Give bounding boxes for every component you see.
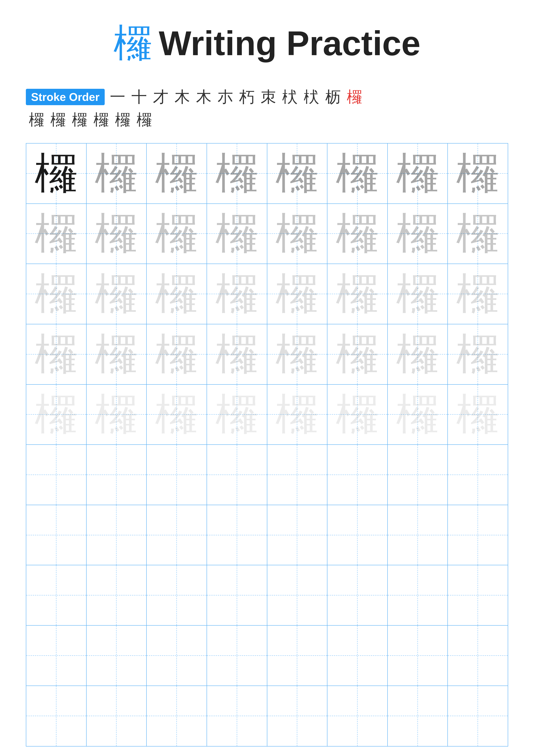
grid-row-3: 欏 欏 欏 欏 欏 欏 欏 欏 [26, 264, 508, 324]
grid-cell-3-1[interactable]: 欏 [26, 264, 87, 324]
grid-cell-10-4[interactable] [207, 686, 267, 746]
grid-cell-7-1[interactable] [26, 505, 87, 565]
grid-cell-5-6[interactable]: 欏 [327, 385, 388, 445]
grid-cell-7-3[interactable] [147, 505, 207, 565]
grid-cell-3-5[interactable]: 欏 [267, 264, 328, 324]
grid-cell-9-5[interactable] [267, 626, 328, 686]
grid-cell-8-8[interactable] [448, 565, 508, 626]
grid-row-8 [26, 565, 508, 626]
grid-cell-1-2[interactable]: 欏 [87, 144, 147, 204]
grid-cell-4-1[interactable]: 欏 [26, 324, 87, 385]
grid-cell-2-2[interactable]: 欏 [87, 204, 147, 264]
grid-cell-3-7[interactable]: 欏 [388, 264, 448, 324]
grid-cell-8-4[interactable] [207, 565, 267, 626]
grid-cell-3-2[interactable]: 欏 [87, 264, 147, 324]
grid-cell-10-5[interactable] [267, 686, 328, 746]
page: 欏 Writing Practice Stroke Order 一 十 才 木 … [0, 0, 534, 756]
grid-cell-9-4[interactable] [207, 626, 267, 686]
grid-cell-4-3[interactable]: 欏 [147, 324, 207, 385]
grid-cell-5-7[interactable]: 欏 [388, 385, 448, 445]
stroke-order-row2: 欏 欏 欏 欏 欏 欏 [26, 109, 508, 130]
grid-cell-1-6[interactable]: 欏 [327, 144, 388, 204]
char-3-5: 欏 [275, 272, 318, 315]
grid-cell-10-2[interactable] [87, 686, 147, 746]
grid-cell-7-8[interactable] [448, 505, 508, 565]
grid-cell-2-1[interactable]: 欏 [26, 204, 87, 264]
grid-cell-7-7[interactable] [388, 505, 448, 565]
grid-cell-8-1[interactable] [26, 565, 87, 626]
stroke-r2-s6: 欏 [134, 109, 155, 130]
char-2-8: 欏 [456, 212, 499, 255]
grid-row-5: 欏 欏 欏 欏 欏 欏 欏 欏 [26, 385, 508, 445]
grid-cell-3-8[interactable]: 欏 [448, 264, 508, 324]
grid-cell-1-8[interactable]: 欏 [448, 144, 508, 204]
grid-cell-6-7[interactable] [388, 445, 448, 505]
grid-cell-9-3[interactable] [147, 626, 207, 686]
grid-cell-3-6[interactable]: 欏 [327, 264, 388, 324]
page-title: Writing Practice [159, 23, 420, 63]
grid-cell-10-7[interactable] [388, 686, 448, 746]
grid-cell-1-1[interactable]: 欏 [26, 144, 87, 204]
grid-cell-8-2[interactable] [87, 565, 147, 626]
stroke-r2-s5: 欏 [112, 109, 134, 130]
stroke-s7: 朽 [236, 87, 258, 107]
grid-cell-9-7[interactable] [388, 626, 448, 686]
grid-cell-9-8[interactable] [448, 626, 508, 686]
grid-cell-1-5[interactable]: 欏 [267, 144, 328, 204]
grid-cell-2-5[interactable]: 欏 [267, 204, 328, 264]
grid-cell-7-5[interactable] [267, 505, 328, 565]
grid-cell-6-8[interactable] [448, 445, 508, 505]
grid-cell-2-7[interactable]: 欏 [388, 204, 448, 264]
grid-cell-5-4[interactable]: 欏 [207, 385, 267, 445]
grid-cell-10-3[interactable] [147, 686, 207, 746]
grid-cell-9-2[interactable] [87, 626, 147, 686]
stroke-chars-row1: 一 十 才 木 木 朩 朽 朿 枤 枤 枥 欏 [107, 87, 365, 107]
grid-cell-10-1[interactable] [26, 686, 87, 746]
grid-cell-8-5[interactable] [267, 565, 328, 626]
grid-cell-3-3[interactable]: 欏 [147, 264, 207, 324]
grid-cell-5-1[interactable]: 欏 [26, 385, 87, 445]
grid-cell-2-8[interactable]: 欏 [448, 204, 508, 264]
stroke-r2-s3: 欏 [69, 109, 90, 130]
grid-cell-7-4[interactable] [207, 505, 267, 565]
grid-cell-4-7[interactable]: 欏 [388, 324, 448, 385]
grid-cell-1-4[interactable]: 欏 [207, 144, 267, 204]
grid-cell-8-7[interactable] [388, 565, 448, 626]
grid-cell-5-5[interactable]: 欏 [267, 385, 328, 445]
grid-cell-4-4[interactable]: 欏 [207, 324, 267, 385]
grid-cell-10-6[interactable] [327, 686, 388, 746]
grid-cell-8-6[interactable] [327, 565, 388, 626]
stroke-r2-s4: 欏 [90, 109, 112, 130]
grid-cell-7-2[interactable] [87, 505, 147, 565]
grid-cell-4-6[interactable]: 欏 [327, 324, 388, 385]
grid-cell-2-4[interactable]: 欏 [207, 204, 267, 264]
char-2-7: 欏 [396, 212, 439, 255]
grid-cell-6-3[interactable] [147, 445, 207, 505]
grid-cell-6-4[interactable] [207, 445, 267, 505]
grid-cell-6-1[interactable] [26, 445, 87, 505]
title-row: 欏 Writing Practice [114, 17, 420, 69]
char-1-8: 欏 [456, 152, 499, 195]
grid-cell-9-6[interactable] [327, 626, 388, 686]
grid-cell-1-7[interactable]: 欏 [388, 144, 448, 204]
grid-cell-6-5[interactable] [267, 445, 328, 505]
grid-cell-6-2[interactable] [87, 445, 147, 505]
grid-cell-2-6[interactable]: 欏 [327, 204, 388, 264]
grid-cell-4-8[interactable]: 欏 [448, 324, 508, 385]
grid-cell-1-3[interactable]: 欏 [147, 144, 207, 204]
grid-cell-4-2[interactable]: 欏 [87, 324, 147, 385]
grid-cell-6-6[interactable] [327, 445, 388, 505]
grid-cell-10-8[interactable] [448, 686, 508, 746]
grid-cell-8-3[interactable] [147, 565, 207, 626]
char-5-7: 欏 [396, 393, 439, 436]
grid-cell-9-1[interactable] [26, 626, 87, 686]
grid-cell-4-5[interactable]: 欏 [267, 324, 328, 385]
grid-cell-2-3[interactable]: 欏 [147, 204, 207, 264]
grid-cell-5-2[interactable]: 欏 [87, 385, 147, 445]
grid-cell-5-3[interactable]: 欏 [147, 385, 207, 445]
grid-cell-5-8[interactable]: 欏 [448, 385, 508, 445]
char-3-3: 欏 [155, 272, 198, 315]
grid-cell-7-6[interactable] [327, 505, 388, 565]
grid-cell-3-4[interactable]: 欏 [207, 264, 267, 324]
grid-row-9 [26, 626, 508, 686]
